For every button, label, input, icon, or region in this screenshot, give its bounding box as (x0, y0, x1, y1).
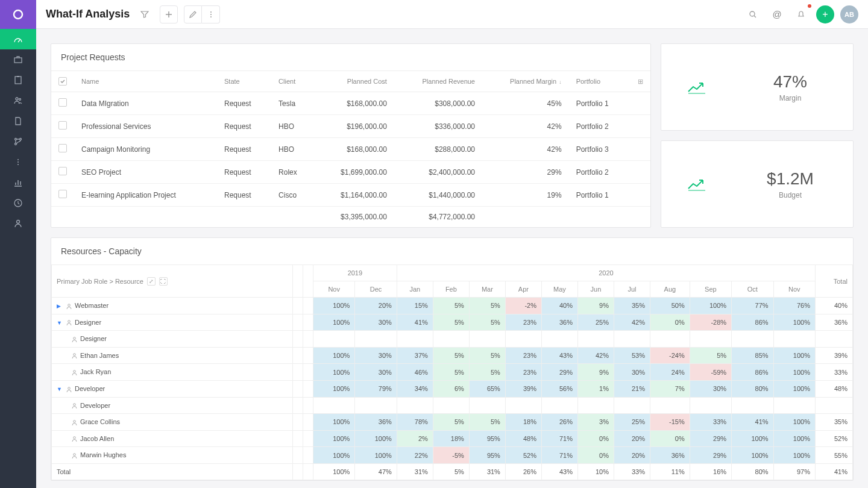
cell-client: Rolex (271, 161, 315, 184)
capacity-cell (690, 397, 731, 414)
table-row[interactable]: E-learning Application Project Request C… (51, 184, 650, 207)
capacity-cell: 46% (397, 364, 433, 381)
capacity-cell: 100% (690, 298, 731, 314)
capacity-cell: 42% (577, 347, 614, 364)
capacity-cell: 85% (732, 347, 773, 364)
bell-icon[interactable] (792, 5, 810, 23)
capacity-cell: 22% (397, 447, 433, 464)
capacity-cell: 15% (397, 298, 433, 314)
capacity-cell: 56% (541, 380, 577, 397)
capacity-cell: 100% (773, 447, 815, 464)
col-portfolio[interactable]: Portfolio (569, 71, 631, 92)
more-icon[interactable] (202, 5, 220, 23)
expand-icon[interactable]: ⛶ (159, 277, 168, 286)
col-revenue[interactable]: Planned Revenue (394, 71, 482, 92)
avatar[interactable]: AB (840, 5, 858, 23)
col-margin[interactable]: Planned Margin↓ (482, 71, 569, 92)
capacity-cell: 23% (505, 314, 541, 331)
resource-name: Marwin Hughes (80, 451, 126, 458)
resource-row[interactable]: Jack Ryan100%30%46%5%5%23%29%9%30%24%-59… (52, 364, 853, 381)
col-month: Oct (732, 281, 773, 298)
add-button[interactable] (160, 5, 178, 23)
row-checkbox[interactable] (58, 190, 67, 198)
expand-icon[interactable]: ▼ (57, 386, 64, 392)
svg-point-20 (74, 337, 76, 339)
resource-group-row[interactable]: ▼ Designer100%30%41%5%5%23%36%25%42%0%-2… (52, 314, 853, 331)
table-row[interactable]: Campaign Monitoring Request HBO $168,000… (51, 138, 650, 161)
filter-icon[interactable] (136, 5, 154, 23)
col-month: Jun (577, 281, 614, 298)
select-all-checkbox[interactable] (58, 77, 67, 86)
nav-branch-icon[interactable] (0, 131, 36, 152)
resource-row[interactable]: Ethan James100%30%37%5%5%23%43%42%53%-24… (52, 347, 853, 364)
row-checkbox[interactable] (58, 121, 67, 130)
col-client[interactable]: Client (271, 71, 315, 92)
table-row[interactable]: SEO Project Request Rolex $1,699,000.00 … (51, 161, 650, 184)
row-checkbox[interactable] (58, 167, 67, 175)
capacity-cell: 25% (614, 414, 650, 431)
resource-group-row[interactable]: ▼ Developer100%79%34%6%65%39%56%1%21%7%3… (52, 380, 853, 397)
nav-rail (0, 0, 36, 488)
mention-icon[interactable]: @ (768, 5, 786, 23)
col-state[interactable]: State (217, 71, 271, 92)
table-row[interactable]: Professional Services Request HBO $196,0… (51, 115, 650, 138)
resource-row[interactable]: Designer (52, 331, 853, 348)
capacity-cell: 23% (505, 364, 541, 381)
nav-doc-icon[interactable] (0, 111, 36, 131)
total-revenue: $4,772,000.00 (394, 207, 482, 228)
resource-row[interactable]: Developer (52, 397, 853, 414)
row-total: 39% (816, 347, 853, 364)
capacity-cell: 0% (577, 430, 614, 447)
capacity-cell: 5% (469, 298, 505, 314)
resource-row[interactable]: Marwin Hughes100%100%22%-5%95%52%71%0%20… (52, 447, 853, 464)
resource-row[interactable]: Jacob Allen100%100%2%18%95%48%71%0%20%0%… (52, 430, 853, 447)
capacity-cell: 34% (397, 380, 433, 397)
col-month: Feb (433, 281, 469, 298)
capacity-cell: 5% (469, 314, 505, 331)
nav-clipboard-icon[interactable] (0, 70, 36, 90)
nav-more-icon[interactable] (0, 152, 36, 172)
collapse-icon[interactable]: ⤢ (147, 277, 156, 286)
app-logo[interactable] (0, 0, 36, 29)
column-picker-icon[interactable]: ⊞ (638, 78, 643, 85)
row-total: 35% (816, 414, 853, 431)
capacity-cell: 2% (397, 430, 433, 447)
nav-chart-icon[interactable] (0, 172, 36, 193)
nav-briefcase-icon[interactable] (0, 49, 36, 70)
row-checkbox[interactable] (58, 144, 67, 152)
table-row[interactable]: Data MIgration Request Tesla $168,000.00… (51, 92, 650, 115)
nav-person-icon[interactable] (0, 213, 36, 234)
row-total: 52% (816, 430, 853, 447)
global-add-button[interactable]: + (816, 5, 834, 23)
resource-name: Developer (75, 385, 105, 392)
svg-point-21 (74, 354, 76, 356)
capacity-cell (397, 331, 433, 348)
expand-icon[interactable]: ▶ (57, 303, 64, 309)
svg-point-6 (15, 139, 17, 140)
capacity-cell: 76% (773, 298, 815, 314)
project-requests-panel: Project Requests Name State Client Plann… (51, 43, 651, 228)
capacity-cell: 29% (541, 364, 577, 381)
footer-cell: 26% (505, 463, 541, 480)
row-checkbox[interactable] (58, 98, 67, 107)
expand-icon[interactable]: ▼ (57, 320, 64, 326)
total-cost: $3,395,000.00 (315, 207, 394, 228)
nav-clock-icon[interactable] (0, 193, 36, 213)
col-name[interactable]: Name (74, 71, 217, 92)
col-cost[interactable]: Planned Cost (315, 71, 394, 92)
cell-portfolio: Portfolio 1 (569, 184, 631, 207)
svg-rect-1 (14, 58, 22, 63)
nav-dashboard-icon[interactable] (0, 29, 36, 49)
capacity-cell: 37% (397, 347, 433, 364)
footer-cell: 31% (397, 463, 433, 480)
nav-users-icon[interactable] (0, 90, 36, 111)
search-icon[interactable] (744, 5, 762, 23)
capacity-cell (541, 331, 577, 348)
svg-point-27 (74, 454, 76, 456)
edit-icon[interactable] (184, 5, 202, 23)
resources-capacity-panel: Resources - Capacity Primary Job Role > … (51, 237, 854, 481)
resource-group-row[interactable]: ▶ Webmaster100%20%15%5%5%-2%40%9%35%50%1… (52, 298, 853, 314)
col-month: Sep (690, 281, 731, 298)
year-2020: 2020 (397, 265, 815, 281)
resource-row[interactable]: Grace Collins100%36%78%5%5%18%26%3%25%-1… (52, 414, 853, 431)
